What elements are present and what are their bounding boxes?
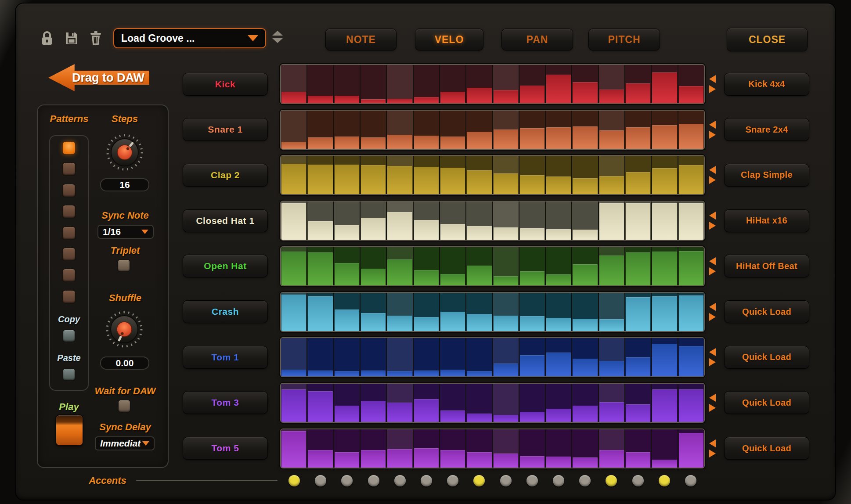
step-cell-14[interactable] (624, 156, 651, 194)
step-cell-3[interactable] (333, 111, 360, 149)
nudge-right-icon[interactable] (709, 404, 716, 412)
step-cell-3[interactable] (333, 429, 360, 468)
step-cell-13[interactable] (598, 65, 624, 103)
pattern-button-5[interactable] (63, 227, 75, 239)
pattern-button-4[interactable] (63, 205, 75, 218)
step-cell-8[interactable] (465, 293, 492, 331)
step-cell-11[interactable] (545, 384, 571, 422)
accent-dot-5[interactable] (394, 475, 406, 486)
step-cell-12[interactable] (571, 247, 598, 285)
step-cell-12[interactable] (571, 65, 598, 103)
accent-dot-15[interactable] (659, 475, 670, 486)
drag-to-daw[interactable]: Drag to DAW (48, 64, 149, 91)
step-cell-2[interactable] (307, 247, 333, 285)
nudge-left-icon[interactable] (709, 257, 716, 265)
nudge-left-icon[interactable] (709, 303, 716, 311)
pattern-button-1[interactable] (63, 142, 75, 154)
step-cell-16[interactable] (678, 156, 704, 194)
step-cell-5[interactable] (386, 429, 412, 468)
step-cell-7[interactable] (439, 202, 465, 240)
step-cell-1[interactable] (281, 293, 307, 331)
load-groove-dropdown[interactable]: Load Groove ... (113, 28, 266, 48)
step-cell-16[interactable] (678, 338, 704, 376)
pattern-button-8[interactable] (63, 291, 75, 303)
step-cell-11[interactable] (545, 65, 571, 103)
step-cell-14[interactable] (624, 338, 651, 376)
preset-button-7-quick-load[interactable]: Quick Load (725, 346, 809, 368)
accent-dot-11[interactable] (553, 475, 564, 486)
pattern-button-3[interactable] (63, 184, 75, 197)
triplet-checkbox[interactable] (118, 260, 130, 271)
step-cell-6[interactable] (413, 111, 439, 149)
accent-dot-16[interactable] (685, 475, 696, 486)
step-cell-12[interactable] (571, 338, 598, 376)
step-cell-11[interactable] (545, 156, 571, 194)
step-cell-7[interactable] (439, 156, 465, 194)
step-cell-2[interactable] (307, 384, 333, 422)
step-cell-14[interactable] (624, 429, 651, 468)
accent-dot-14[interactable] (632, 475, 644, 486)
step-cell-13[interactable] (598, 156, 624, 194)
nudge-right-icon[interactable] (709, 131, 716, 139)
step-cell-15[interactable] (651, 156, 677, 194)
preset-button-4-hihat-x16[interactable]: HiHat x16 (725, 210, 809, 232)
step-cell-8[interactable] (465, 384, 492, 422)
step-cell-14[interactable] (624, 111, 651, 149)
step-cell-3[interactable] (333, 247, 360, 285)
step-cell-10[interactable] (519, 202, 545, 240)
step-cell-13[interactable] (598, 384, 624, 422)
step-cell-4[interactable] (360, 338, 386, 376)
step-cell-12[interactable] (571, 384, 598, 422)
step-cell-1[interactable] (281, 156, 307, 194)
step-cell-14[interactable] (624, 65, 651, 103)
pattern-button-7[interactable] (63, 269, 75, 281)
tab-velo[interactable]: VELO (415, 29, 483, 50)
nudge-left-icon[interactable] (709, 439, 716, 447)
track-button-snare-1[interactable]: Snare 1 (183, 119, 267, 140)
nudge-right-icon[interactable] (709, 358, 716, 366)
stepper-down-icon[interactable] (272, 38, 283, 43)
step-cell-6[interactable] (413, 429, 439, 468)
nudge-right-icon[interactable] (709, 176, 716, 184)
step-cell-4[interactable] (360, 429, 386, 468)
step-cell-7[interactable] (439, 111, 465, 149)
step-cell-13[interactable] (598, 293, 624, 331)
step-cell-10[interactable] (519, 338, 545, 376)
accent-dot-12[interactable] (579, 475, 591, 486)
step-cell-16[interactable] (678, 111, 704, 149)
stepper-up-icon[interactable] (272, 31, 283, 36)
step-cell-3[interactable] (333, 338, 360, 376)
nudge-right-icon[interactable] (709, 267, 716, 275)
nudge-left-icon[interactable] (709, 394, 716, 402)
step-cell-9[interactable] (492, 384, 519, 422)
step-cell-7[interactable] (439, 293, 465, 331)
step-cell-4[interactable] (360, 111, 386, 149)
lock-icon[interactable] (40, 31, 54, 48)
step-cell-9[interactable] (492, 111, 519, 149)
nudge-right-icon[interactable] (709, 450, 716, 457)
step-cell-5[interactable] (386, 338, 412, 376)
copy-button[interactable] (63, 330, 75, 342)
step-cell-6[interactable] (413, 384, 439, 422)
accent-dot-10[interactable] (526, 475, 538, 486)
step-cell-6[interactable] (413, 338, 439, 376)
pattern-button-2[interactable] (63, 163, 75, 175)
preset-button-2-snare-2x4[interactable]: Snare 2x4 (725, 119, 809, 140)
step-cell-16[interactable] (678, 247, 704, 285)
step-cell-14[interactable] (624, 293, 651, 331)
groove-stepper[interactable] (272, 31, 285, 47)
step-cell-4[interactable] (360, 384, 386, 422)
step-cell-16[interactable] (678, 202, 704, 240)
steps-knob[interactable] (105, 133, 144, 172)
step-cell-7[interactable] (439, 247, 465, 285)
step-cell-5[interactable] (386, 156, 412, 194)
step-cell-11[interactable] (545, 293, 571, 331)
preset-button-6-quick-load[interactable]: Quick Load (725, 301, 809, 323)
step-cell-5[interactable] (386, 65, 412, 103)
tab-pan[interactable]: PAN (502, 29, 573, 50)
sync-delay-dropdown[interactable]: Immediat (95, 436, 155, 450)
step-cell-16[interactable] (678, 293, 704, 331)
step-cell-1[interactable] (281, 65, 307, 103)
step-cell-12[interactable] (571, 202, 598, 240)
step-cell-5[interactable] (386, 293, 412, 331)
